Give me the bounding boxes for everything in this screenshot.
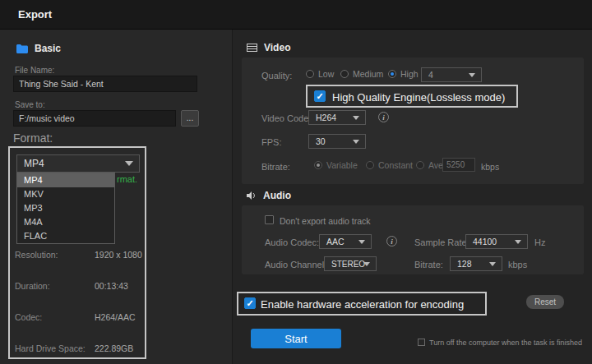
quality-low-label: Low	[318, 69, 334, 79]
audio-channel-dropdown[interactable]: STEREO	[324, 256, 377, 271]
audio-bitrate-label: Bitrate:	[414, 260, 443, 270]
quality-radio-low[interactable]: Low	[306, 69, 334, 79]
video-bitrate-label: Bitrate:	[261, 162, 290, 172]
basic-panel: Basic File Name: Save to: ... Format: MP…	[0, 30, 233, 364]
format-option-mp4[interactable]: MP4	[17, 173, 114, 187]
dont-export-audio-label[interactable]: Don't export audio track	[280, 216, 371, 226]
quality-high-label: High	[400, 69, 419, 79]
format-option-mp3[interactable]: MP3	[17, 201, 114, 215]
audio-settings-box: Don't export audio track Audio Codec: AA…	[242, 205, 584, 274]
bitrate-variable-label: Variable	[326, 160, 358, 170]
format-option-m4a[interactable]: M4A	[17, 215, 114, 229]
quality-medium-label: Medium	[353, 69, 383, 79]
format-dropdown-list: MP4 MKV MP3 M4A FLAC	[16, 173, 115, 244]
radio-circle-icon	[306, 70, 314, 78]
audio-bitrate-dropdown[interactable]: 128	[450, 256, 502, 271]
hw-accel-checkbox[interactable]: ✓	[244, 297, 256, 309]
video-codec-info-icon[interactable]: i	[378, 112, 389, 122]
sample-rate-unit: Hz	[534, 237, 545, 247]
hq-engine-label[interactable]: High Quality Engine(Lossless mode)	[332, 91, 505, 104]
info-glyph: i	[382, 113, 385, 122]
duration-value: 00:13:43	[95, 281, 128, 291]
quality-level-dropdown[interactable]: 4	[421, 67, 482, 82]
codec-value: H264/AAC	[95, 312, 136, 322]
fps-label: FPS:	[261, 137, 281, 147]
radio-circle-icon	[416, 161, 424, 169]
file-name-input[interactable]	[13, 76, 197, 92]
format-option-flac[interactable]: FLAC	[17, 229, 114, 243]
format-dropdown-value: MP4	[24, 158, 44, 169]
duration-row: Duration: 00:13:43	[15, 281, 143, 293]
chevron-down-icon	[353, 116, 359, 120]
bitrate-constant-label: Constant	[378, 160, 413, 170]
video-bitrate-unit: kbps	[481, 162, 499, 172]
resolution-value: 1920 x 1080	[95, 250, 142, 260]
video-section-header: Video	[247, 42, 290, 53]
chevron-down-icon	[489, 262, 496, 266]
shutdown-checkbox[interactable]	[418, 339, 425, 346]
chevron-down-icon	[515, 240, 521, 244]
hw-accel-label[interactable]: Enable hardware acceleration for encodin…	[261, 298, 464, 311]
dont-export-audio-checkbox[interactable]	[265, 215, 274, 224]
radio-circle-icon	[340, 70, 349, 78]
chevron-down-icon	[358, 240, 365, 244]
audio-codec-info-icon[interactable]: i	[386, 236, 397, 247]
dialog-title: Export	[18, 0, 52, 29]
shutdown-label[interactable]: Turn off the computer when the task is f…	[429, 339, 582, 347]
audio-bitrate-unit: kbps	[508, 260, 527, 270]
fps-value: 30	[316, 136, 326, 146]
sample-rate-label: Sample Rate:	[414, 237, 469, 247]
export-dialog: Export Basic File Name: Save to: ... For…	[0, 0, 592, 364]
hard-drive-space-row: Hard Drive Space: 222.89GB	[15, 343, 143, 355]
bitrate-radio-constant[interactable]: Constant	[366, 160, 413, 170]
check-icon: ✓	[246, 299, 253, 308]
chevron-down-icon	[353, 140, 359, 144]
audio-bitrate-value: 128	[457, 259, 472, 269]
radio-circle-icon	[314, 161, 322, 169]
reset-button[interactable]: Reset	[526, 295, 564, 309]
video-section-title: Video	[264, 42, 290, 53]
quality-level-value: 4	[428, 70, 433, 80]
basic-section-title: Basic	[35, 43, 61, 54]
basic-section-header: Basic	[16, 43, 61, 54]
titlebar: Export	[0, 0, 592, 30]
video-codec-dropdown[interactable]: H264	[308, 110, 366, 125]
audio-channel-value: STEREO	[331, 260, 365, 269]
audio-channel-label: Audio Channel:	[265, 260, 326, 270]
video-icon	[247, 44, 257, 52]
format-option-mkv[interactable]: MKV	[17, 187, 114, 201]
codec-label: Codec:	[15, 312, 42, 322]
bitrate-radio-variable[interactable]: Variable	[314, 160, 358, 170]
audio-codec-label: Audio Codec:	[265, 237, 319, 247]
radio-circle-icon	[366, 161, 374, 169]
audio-codec-dropdown[interactable]: AAC	[319, 234, 372, 249]
audio-section-header: Audio	[247, 190, 291, 201]
fps-dropdown[interactable]: 30	[308, 134, 366, 149]
video-codec-value: H264	[316, 113, 336, 122]
quality-radio-high[interactable]: High	[388, 69, 419, 79]
check-icon: ✓	[316, 92, 323, 101]
save-to-input[interactable]	[13, 110, 176, 127]
codec-row: Codec: H264/AAC	[15, 312, 143, 324]
quality-label: Quality:	[261, 71, 292, 81]
hard-drive-space-label: Hard Drive Space:	[15, 343, 86, 353]
save-to-label: Save to:	[15, 100, 45, 109]
audio-section-title: Audio	[263, 190, 291, 201]
radio-circle-icon	[388, 70, 396, 78]
format-hint-text: rmat.	[117, 174, 137, 184]
duration-label: Duration:	[15, 281, 50, 291]
browse-button[interactable]: ...	[181, 110, 199, 127]
hard-drive-space-value: 222.89GB	[95, 343, 133, 353]
resolution-row: Resolution: 1920 x 1080	[15, 250, 143, 261]
hq-engine-checkbox[interactable]: ✓	[314, 90, 326, 102]
quality-radio-medium[interactable]: Medium	[340, 69, 383, 79]
chevron-down-icon	[125, 161, 133, 166]
chevron-down-icon	[363, 262, 370, 266]
chevron-down-icon	[469, 73, 475, 77]
video-settings-box: Quality: Low Medium High 4 ✓ High Quali	[242, 58, 584, 184]
format-dropdown[interactable]: MP4	[16, 154, 140, 173]
start-button[interactable]: Start	[251, 329, 341, 348]
sample-rate-dropdown[interactable]: 44100	[465, 234, 528, 249]
file-name-label: File Name:	[15, 66, 54, 75]
video-bitrate-input[interactable]	[442, 158, 475, 172]
